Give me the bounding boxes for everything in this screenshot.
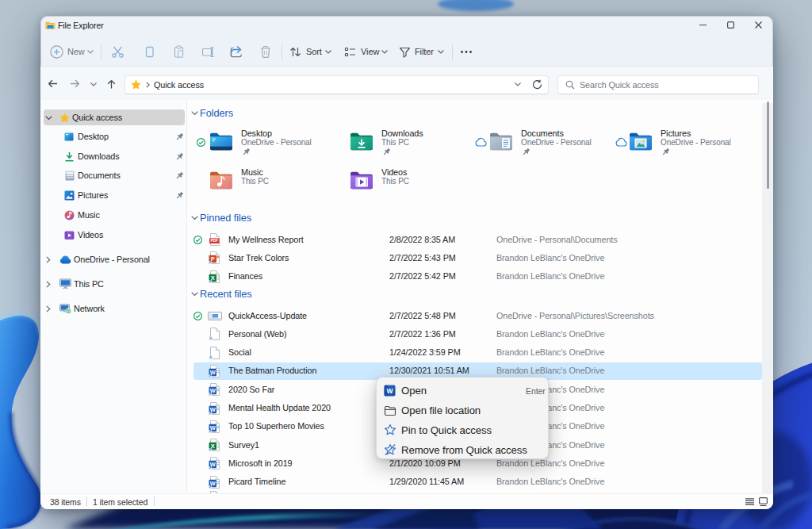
svg-text:PDF: PDF (210, 238, 218, 243)
svg-text:W: W (387, 387, 394, 395)
